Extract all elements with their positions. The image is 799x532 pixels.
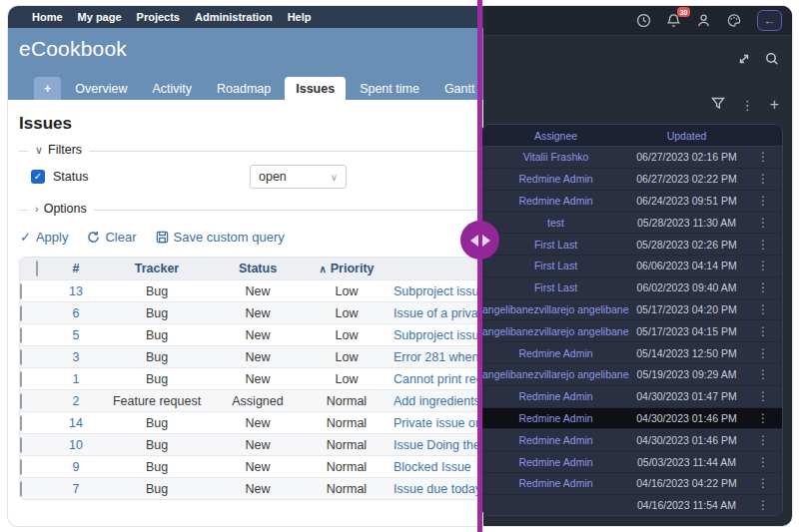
dark-issue-row: First Last 06/02/2023 09:40 AM ⋮ xyxy=(482,277,782,299)
assignee-link[interactable]: Redmine Admin xyxy=(482,390,629,402)
row-menu-kebab-icon[interactable]: ⋮ xyxy=(744,172,782,186)
issue-status: New xyxy=(216,416,300,430)
dark-theme-pane: 30 ← ⋮ + Ass xyxy=(483,6,792,526)
comparison-divider[interactable] xyxy=(477,0,482,532)
issue-id-link[interactable]: 1 xyxy=(54,372,98,386)
notifications-bell-icon[interactable]: 30 xyxy=(666,13,681,28)
assignee-link[interactable]: angelibanezvillarejo angelibanezvillarej… xyxy=(482,368,629,380)
notification-count-badge: 30 xyxy=(677,7,690,17)
column-header-status[interactable]: Status xyxy=(216,262,300,275)
save-custom-query-button[interactable]: Save custom query xyxy=(156,230,285,245)
row-menu-kebab-icon[interactable]: ⋮ xyxy=(744,433,782,447)
issue-id-link[interactable]: 5 xyxy=(54,328,98,342)
row-menu-kebab-icon[interactable]: ⋮ xyxy=(744,346,782,360)
user-icon[interactable] xyxy=(696,13,711,28)
issue-id-link[interactable]: 6 xyxy=(54,306,98,320)
row-menu-kebab-icon[interactable]: ⋮ xyxy=(744,324,782,338)
assignee-link[interactable]: Redmine Admin xyxy=(482,456,629,468)
row-menu-kebab-icon[interactable]: ⋮ xyxy=(744,216,782,230)
column-header-id[interactable]: # xyxy=(54,262,98,275)
project-tab[interactable]: Overview xyxy=(64,77,138,100)
row-menu-kebab-icon[interactable]: ⋮ xyxy=(744,302,782,316)
row-checkbox[interactable] xyxy=(20,393,22,409)
project-tab[interactable]: + xyxy=(34,77,61,100)
assignee-link[interactable]: First Last xyxy=(482,281,629,293)
row-menu-kebab-icon[interactable]: ⋮ xyxy=(744,280,782,294)
comparison-slider-handle[interactable] xyxy=(460,221,499,260)
assignee-link[interactable]: Redmine Admin xyxy=(482,173,629,185)
top-menu-item[interactable]: Help xyxy=(288,11,312,23)
issue-id-link[interactable]: 7 xyxy=(54,482,98,496)
theme-palette-icon[interactable] xyxy=(726,13,742,28)
row-checkbox[interactable] xyxy=(20,481,22,497)
row-menu-kebab-icon[interactable]: ⋮ xyxy=(744,498,782,512)
more-options-kebab-icon[interactable]: ⋮ xyxy=(741,98,754,113)
apply-button[interactable]: ✓ Apply xyxy=(20,230,68,245)
project-tab[interactable]: Issues xyxy=(285,77,346,100)
add-icon[interactable]: + xyxy=(770,97,779,113)
row-checkbox[interactable] xyxy=(20,283,22,299)
status-checkbox[interactable]: ✓ xyxy=(31,170,45,184)
top-menu-item[interactable]: Home xyxy=(32,11,63,23)
assignee-link[interactable]: Redmine Admin xyxy=(482,195,629,207)
row-checkbox[interactable] xyxy=(20,371,22,387)
assignee-link[interactable]: Vitalii Frashko xyxy=(482,151,629,163)
row-checkbox-cell xyxy=(20,328,54,342)
row-menu-kebab-icon[interactable]: ⋮ xyxy=(744,389,782,403)
project-tab[interactable]: Roadmap xyxy=(206,77,282,100)
options-legend[interactable]: › Options xyxy=(28,202,94,216)
row-menu-kebab-icon[interactable]: ⋮ xyxy=(744,476,782,490)
issue-id-link[interactable]: 9 xyxy=(54,460,98,474)
filter-funnel-icon[interactable] xyxy=(711,96,725,114)
row-menu-kebab-icon[interactable]: ⋮ xyxy=(744,367,782,381)
row-checkbox[interactable] xyxy=(20,415,22,431)
row-menu-kebab-icon[interactable]: ⋮ xyxy=(744,259,782,272)
clock-icon[interactable] xyxy=(636,13,651,28)
assignee-link[interactable]: Redmine Admin xyxy=(482,412,629,424)
row-checkbox[interactable] xyxy=(20,305,22,321)
search-icon[interactable] xyxy=(765,52,779,70)
status-select[interactable]: open ∨ xyxy=(250,165,347,189)
issue-status: New xyxy=(216,438,300,452)
row-checkbox[interactable] xyxy=(20,459,22,475)
project-tab[interactable]: Activity xyxy=(141,77,203,100)
top-menu-item[interactable]: My page xyxy=(78,11,122,23)
row-checkbox[interactable] xyxy=(20,349,22,365)
row-menu-kebab-icon[interactable]: ⋮ xyxy=(744,455,782,469)
issue-id-link[interactable]: 13 xyxy=(54,284,98,298)
column-header-tracker[interactable]: Tracker xyxy=(98,262,216,275)
assignee-link[interactable]: angelibanezvillarejo angelibanezvillarej… xyxy=(482,303,629,315)
row-menu-kebab-icon[interactable]: ⋮ xyxy=(744,411,782,425)
filters-legend[interactable]: ∨ Filters xyxy=(28,143,89,157)
assignee-link[interactable]: Redmine Admin xyxy=(482,477,629,489)
assignee-link[interactable]: First Last xyxy=(482,239,629,251)
row-checkbox[interactable] xyxy=(20,437,22,453)
assignee-link[interactable]: test xyxy=(482,217,629,229)
row-checkbox[interactable] xyxy=(20,327,22,343)
column-header-priority[interactable]: ∧Priority xyxy=(300,262,394,275)
assignee-link[interactable]: First Last xyxy=(482,260,629,271)
issue-id-link[interactable]: 2 xyxy=(54,394,98,408)
issue-id-link[interactable]: 3 xyxy=(54,350,98,364)
assignee-link[interactable]: angelibanezvillarejo angelibanezvillarej… xyxy=(482,325,629,337)
column-header-assignee[interactable]: Assignee xyxy=(482,130,629,142)
column-header-updated[interactable]: Updated xyxy=(629,130,744,142)
back-button[interactable]: ← xyxy=(757,10,782,31)
issue-id-link[interactable]: 10 xyxy=(54,438,98,452)
assignee-link[interactable]: Redmine Admin xyxy=(482,434,629,446)
select-all-checkbox[interactable] xyxy=(36,261,38,276)
select-all-column-header[interactable] xyxy=(20,262,54,275)
expand-icon[interactable] xyxy=(737,52,751,70)
row-menu-kebab-icon[interactable]: ⋮ xyxy=(744,194,782,208)
top-menu-item[interactable]: Administration xyxy=(195,11,273,23)
assignee-link[interactable]: Redmine Admin xyxy=(482,347,629,359)
project-tab[interactable]: Spent time xyxy=(349,77,430,100)
chevron-down-icon: ∨ xyxy=(35,144,43,157)
row-menu-kebab-icon[interactable]: ⋮ xyxy=(744,238,782,252)
row-menu-kebab-icon[interactable]: ⋮ xyxy=(744,150,782,164)
updated-timestamp: 05/17/2023 04:20 PM xyxy=(629,303,744,315)
top-menu-item[interactable]: Projects xyxy=(137,11,180,23)
issue-id-link[interactable]: 14 xyxy=(54,416,98,430)
clear-button[interactable]: Clear xyxy=(87,230,136,245)
arrow-left-icon: ← xyxy=(763,13,776,28)
